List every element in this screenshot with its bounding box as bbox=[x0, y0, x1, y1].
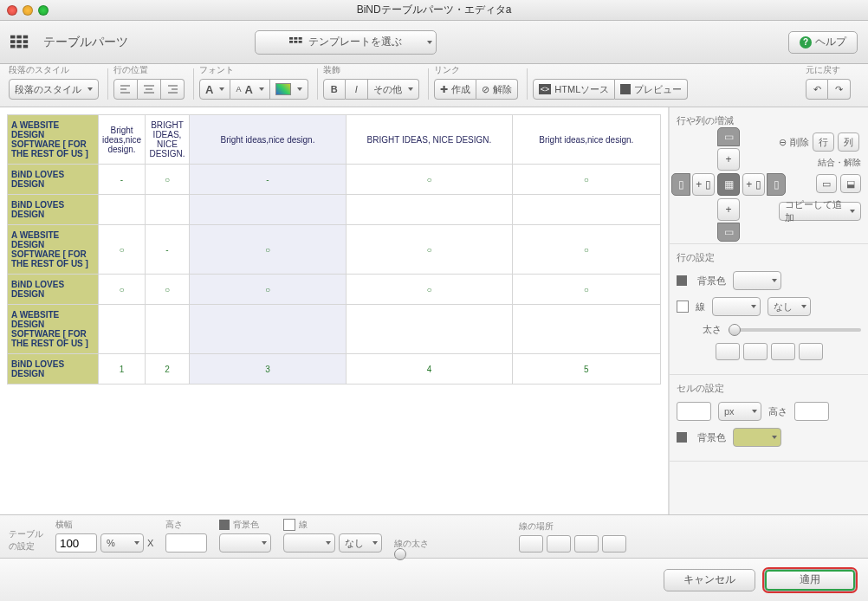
merge-button[interactable]: ▭ bbox=[816, 174, 837, 193]
row-header[interactable]: BiND LOVES DESIGN bbox=[8, 275, 99, 305]
help-button[interactable]: ? ヘルプ bbox=[788, 31, 858, 54]
cell[interactable]: 2 bbox=[146, 354, 190, 385]
deco-other-select[interactable]: その他 bbox=[368, 79, 419, 100]
cell[interactable]: ○ bbox=[189, 225, 346, 275]
line-checkbox[interactable] bbox=[677, 300, 689, 313]
table-row[interactable]: BiND LOVES DESIGN bbox=[8, 195, 661, 225]
minimize-icon[interactable] bbox=[23, 5, 33, 16]
cell[interactable]: ○ bbox=[189, 275, 346, 305]
add-col-right-outer[interactable]: ▯ bbox=[767, 173, 786, 196]
bold-button[interactable]: B bbox=[323, 79, 346, 100]
cell[interactable]: Bright ideas,nice design. bbox=[98, 115, 145, 165]
cell[interactable]: ○ bbox=[347, 165, 512, 195]
align-center-button[interactable] bbox=[138, 79, 161, 100]
table-row[interactable]: BiND LOVES DESIGN12345 bbox=[8, 354, 661, 385]
row-header[interactable]: A WEBSITE DESIGN SOFTWARE [ FOR THE REST… bbox=[8, 225, 99, 275]
add-row-below-outer[interactable]: ▭ bbox=[717, 223, 740, 242]
apply-button[interactable]: 適用 bbox=[764, 569, 856, 591]
cell-bg-select[interactable] bbox=[733, 428, 781, 447]
html-source-button[interactable]: <>HTMLソース bbox=[533, 79, 615, 100]
data-table[interactable]: A WEBSITE DESIGN SOFTWARE [ FOR THE REST… bbox=[7, 114, 661, 385]
border-pos-2[interactable] bbox=[743, 343, 768, 360]
row-bg-select[interactable] bbox=[733, 271, 781, 290]
add-row-above[interactable]: + bbox=[717, 148, 740, 171]
row-header[interactable]: A WEBSITE DESIGN SOFTWARE [ FOR THE REST… bbox=[8, 305, 99, 354]
link-create-button[interactable]: ✚作成 bbox=[434, 79, 476, 100]
cell[interactable] bbox=[146, 305, 190, 354]
cell[interactable]: ○ bbox=[512, 165, 660, 195]
cell[interactable] bbox=[98, 195, 145, 225]
row-thickness-slider[interactable] bbox=[729, 328, 861, 332]
link-release-button[interactable]: ⊘解除 bbox=[476, 79, 518, 100]
italic-button[interactable]: I bbox=[346, 79, 368, 100]
align-right-button[interactable] bbox=[161, 79, 185, 100]
table-height-input[interactable] bbox=[165, 533, 207, 553]
cell[interactable]: ○ bbox=[146, 165, 190, 195]
template-button[interactable]: テンプレートを選ぶ bbox=[255, 30, 437, 55]
cell[interactable]: Bright ideas,nice design. bbox=[189, 115, 346, 165]
cancel-button[interactable]: キャンセル bbox=[664, 569, 755, 591]
cell[interactable]: - bbox=[98, 165, 145, 195]
preview-button[interactable]: プレビュー bbox=[615, 79, 688, 100]
cell-width-input[interactable] bbox=[677, 402, 711, 421]
cell[interactable] bbox=[347, 195, 512, 225]
cell[interactable]: BRIGHT IDEAS, NICE DESIGN. bbox=[146, 115, 190, 165]
cell[interactable]: 1 bbox=[98, 354, 145, 385]
add-row-below[interactable]: + bbox=[717, 198, 740, 221]
cell[interactable]: ○ bbox=[347, 275, 512, 305]
add-col-right[interactable]: + ▯ bbox=[742, 173, 765, 196]
cell[interactable]: ○ bbox=[98, 225, 145, 275]
font-family-select[interactable]: A bbox=[199, 79, 230, 100]
cell[interactable]: 4 bbox=[347, 354, 512, 385]
table-line-style-select[interactable]: なし bbox=[339, 533, 382, 553]
table-border-pos-4[interactable] bbox=[602, 535, 626, 553]
cell[interactable]: ○ bbox=[347, 225, 512, 275]
delete-row-button[interactable]: 行 bbox=[813, 132, 834, 152]
table-width-input[interactable] bbox=[55, 533, 97, 553]
cell[interactable]: BRIGHT IDEAS, NICE DESIGN. bbox=[347, 115, 512, 165]
cell[interactable]: ○ bbox=[146, 275, 190, 305]
row-line-color-select[interactable] bbox=[712, 297, 761, 316]
cell[interactable] bbox=[512, 195, 660, 225]
add-row-above-outer[interactable]: ▭ bbox=[717, 127, 740, 146]
cell[interactable] bbox=[512, 305, 660, 354]
cell[interactable] bbox=[189, 305, 346, 354]
cell[interactable]: 3 bbox=[189, 354, 346, 385]
font-size-select[interactable]: AA bbox=[230, 79, 269, 100]
table-row[interactable]: BiND LOVES DESIGN○○○○○ bbox=[8, 275, 661, 305]
row-header[interactable]: BiND LOVES DESIGN bbox=[8, 195, 99, 225]
slider-knob[interactable] bbox=[729, 324, 741, 336]
undo-button[interactable]: ↶ bbox=[806, 79, 828, 100]
zoom-icon[interactable] bbox=[38, 5, 49, 16]
cell-unit-select[interactable]: px bbox=[718, 402, 761, 421]
row-header[interactable]: BiND LOVES DESIGN bbox=[8, 165, 99, 195]
cell[interactable]: ○ bbox=[512, 275, 660, 305]
cell[interactable]: - bbox=[189, 165, 346, 195]
add-col-left-outer[interactable]: ▯ bbox=[671, 173, 690, 196]
table-width-unit[interactable]: % bbox=[100, 533, 144, 553]
close-icon[interactable] bbox=[7, 5, 17, 16]
table-border-pos-1[interactable] bbox=[519, 535, 543, 553]
cell[interactable] bbox=[98, 305, 145, 354]
table-row[interactable]: BiND LOVES DESIGN-○-○○ bbox=[8, 165, 661, 195]
line-checkbox[interactable] bbox=[283, 519, 295, 531]
font-color-select[interactable] bbox=[270, 79, 308, 100]
row-header[interactable]: BiND LOVES DESIGN bbox=[8, 354, 99, 385]
canvas[interactable]: A WEBSITE DESIGN SOFTWARE [ FOR THE REST… bbox=[0, 107, 669, 514]
table-border-pos-2[interactable] bbox=[547, 535, 571, 553]
table-row[interactable]: A WEBSITE DESIGN SOFTWARE [ FOR THE REST… bbox=[8, 305, 661, 354]
border-pos-1[interactable] bbox=[716, 343, 740, 360]
add-col-left[interactable]: + ▯ bbox=[692, 173, 715, 196]
table-bg-select[interactable] bbox=[219, 533, 271, 553]
copy-add-button[interactable]: コピーして追加 bbox=[779, 202, 861, 221]
cell[interactable]: Bright ideas,nice design. bbox=[512, 115, 660, 165]
delete-col-button[interactable]: 列 bbox=[838, 132, 859, 152]
row-line-style-select[interactable]: なし bbox=[768, 297, 811, 316]
cell[interactable] bbox=[347, 305, 512, 354]
table-line-color-select[interactable] bbox=[283, 533, 335, 553]
cell[interactable]: - bbox=[146, 225, 190, 275]
align-left-button[interactable] bbox=[113, 79, 138, 100]
cell[interactable]: ○ bbox=[98, 275, 145, 305]
cell[interactable]: 5 bbox=[512, 354, 660, 385]
table-row[interactable]: A WEBSITE DESIGN SOFTWARE [ FOR THE REST… bbox=[8, 225, 661, 275]
